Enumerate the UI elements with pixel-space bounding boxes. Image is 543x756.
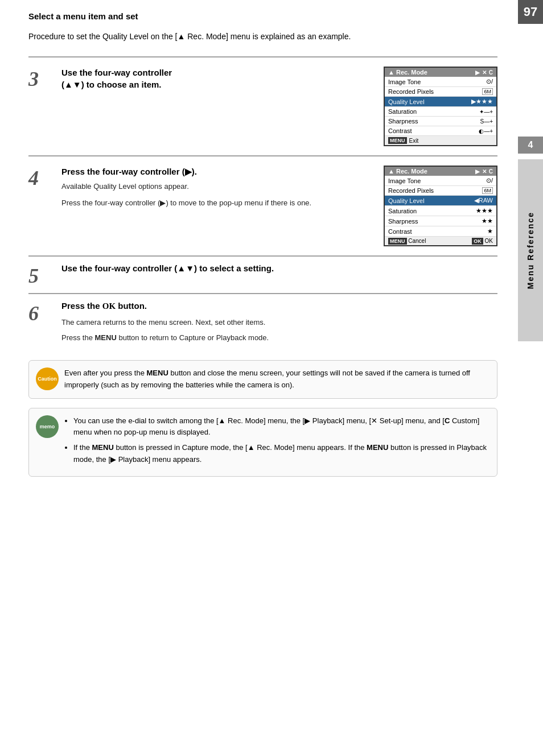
step-3-image: ▲ Rec. Mode ▶✕C Image Tone⊙/ Recorded Pi… — [384, 67, 497, 146]
camera-menu-1: ▲ Rec. Mode ▶✕C Image Tone⊙/ Recorded Pi… — [384, 67, 497, 146]
menu1-row-qualitylevel: Quality Level▶★★★ — [385, 97, 496, 107]
camera-menu-2: ▲ Rec. Mode ▶✕C Image Tone⊙/ Recorded Pi… — [384, 166, 497, 246]
sidebar-chapter-number: 4 — [518, 137, 543, 154]
memo-note-box: memo You can use the e-dial to switch am… — [28, 408, 497, 477]
menu1-row-sharpness: SharpnessS—+ — [385, 117, 496, 126]
step-3-row: 3 Use the four-way controller(▲▼) to cho… — [28, 57, 497, 155]
step-5-row: 5 Use the four-way controller (▲▼) to se… — [28, 256, 497, 293]
step-6-title: Press the OK button. — [61, 301, 497, 311]
step-3-title: Use the four-way controller(▲▼) to choos… — [61, 67, 372, 90]
step-4-content: Press the four-way controller (▶). Avail… — [61, 166, 497, 246]
step-4-number: 4 — [28, 166, 57, 188]
page-number: 97 — [518, 0, 543, 24]
memo-icon: memo — [36, 415, 59, 438]
menu2-row-imagetone: Image Tone⊙/ — [385, 176, 496, 186]
step-5-number: 5 — [28, 263, 57, 286]
step-3-content: Use the four-way controller(▲▼) to choos… — [61, 67, 497, 146]
step-4-title: Press the four-way controller (▶). — [61, 166, 372, 177]
menu2-row-sharpness: Sharpness★★ — [385, 216, 496, 226]
menu2-row-recordedpixels: Recorded Pixels6M — [385, 186, 496, 196]
menu1-row-imagetone: Image Tone⊙/ — [385, 77, 496, 87]
memo-note-text: You can use the e-dial to switch among t… — [64, 415, 490, 469]
menu2-row-saturation: Saturation★★★ — [385, 206, 496, 216]
menu2-main-col: ▲ Rec. Mode ▶✕C Image Tone⊙/ Recorded Pi… — [385, 167, 496, 245]
caution-note-text: Even after you press the MENU button and… — [64, 367, 490, 391]
step-6-desc: The camera returns to the menu screen. N… — [61, 317, 497, 344]
caution-icon: Caution — [36, 367, 59, 390]
step-6-content: Press the OK button. The camera returns … — [61, 301, 497, 344]
step-6-number: 6 — [28, 301, 57, 324]
menu2-row-contrast: Contrast★ — [385, 226, 496, 237]
menu2-header: ▲ Rec. Mode ▶✕C — [385, 167, 496, 176]
intro-text: Procedure to set the Quality Level on th… — [28, 30, 497, 43]
step-4-row: 4 Press the four-way controller (▶). Ava… — [28, 156, 497, 255]
sidebar-chapter-label: Menu Reference — [518, 159, 543, 341]
step-4-desc: Available Quality Level options appear. … — [61, 181, 372, 209]
menu1-footer: MENUExit — [385, 136, 496, 145]
section-heading: Select a menu item and set — [28, 11, 497, 21]
menu1-row-contrast: Contrast◐—+ — [385, 126, 496, 136]
menu2-footer: MENU Cancel OK OK — [385, 237, 496, 245]
step-6-row: 6 Press the OK button. The camera return… — [28, 294, 497, 351]
caution-note-box: Caution Even after you press the MENU bu… — [28, 360, 497, 399]
menu2-row-qualitylevel: Quality Level◀RAW — [385, 196, 496, 206]
step-4-image: ▲ Rec. Mode ▶✕C Image Tone⊙/ Recorded Pi… — [384, 166, 497, 246]
menu1-header: ▲ Rec. Mode ▶✕C — [385, 68, 496, 77]
menu1-row-saturation: Saturation✦—+ — [385, 107, 496, 117]
step-5-title: Use the four-way controller (▲▼) to sele… — [61, 263, 497, 273]
step-5-content: Use the four-way controller (▲▼) to sele… — [61, 263, 497, 273]
step-3-number: 3 — [28, 67, 57, 89]
menu1-row-recordedpixels: Recorded Pixels6M — [385, 87, 496, 97]
